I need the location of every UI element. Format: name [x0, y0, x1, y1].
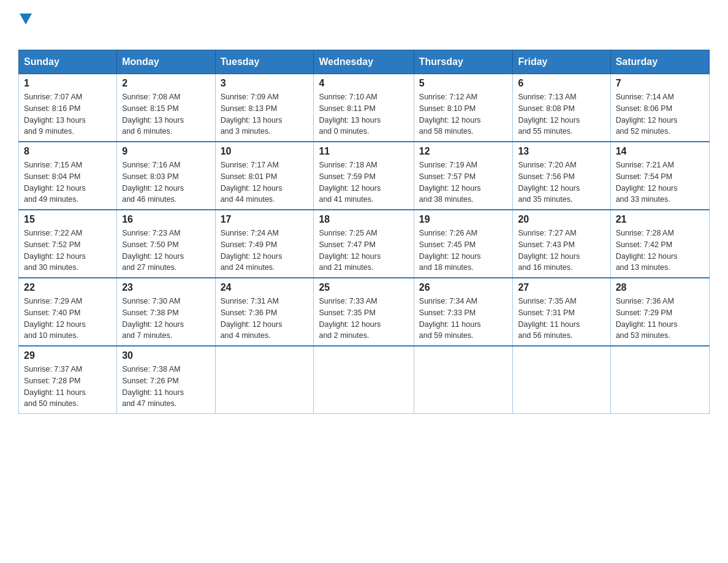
day-number: 7 — [616, 78, 704, 89]
calendar-table: SundayMondayTuesdayWednesdayThursdayFrid… — [18, 50, 710, 414]
calendar-day-cell: 30Sunrise: 7:38 AMSunset: 7:26 PMDayligh… — [117, 346, 215, 414]
column-header-saturday: Saturday — [610, 50, 709, 74]
calendar-day-cell — [314, 346, 414, 414]
calendar-day-cell: 22Sunrise: 7:29 AMSunset: 7:40 PMDayligh… — [19, 278, 117, 346]
day-info: Sunrise: 7:24 AMSunset: 7:49 PMDaylight:… — [221, 228, 309, 274]
day-number: 17 — [221, 214, 309, 225]
day-info: Sunrise: 7:36 AMSunset: 7:29 PMDaylight:… — [616, 296, 704, 342]
day-number: 28 — [616, 282, 704, 293]
calendar-day-cell — [513, 346, 610, 414]
day-number: 21 — [616, 214, 704, 225]
calendar-day-cell: 14Sunrise: 7:21 AMSunset: 7:54 PMDayligh… — [610, 142, 709, 210]
day-number: 3 — [221, 78, 309, 89]
calendar-day-cell — [610, 346, 709, 414]
calendar-day-cell — [215, 346, 314, 414]
logo: General — [18, 12, 101, 44]
day-number: 16 — [122, 214, 210, 225]
day-info: Sunrise: 7:33 AMSunset: 7:35 PMDaylight:… — [319, 296, 408, 342]
day-info: Sunrise: 7:19 AMSunset: 7:57 PMDaylight:… — [419, 159, 508, 205]
day-number: 30 — [122, 350, 210, 361]
day-info: Sunrise: 7:20 AMSunset: 7:56 PMDaylight:… — [518, 159, 605, 205]
calendar-day-cell: 12Sunrise: 7:19 AMSunset: 7:57 PMDayligh… — [414, 142, 513, 210]
column-header-sunday: Sunday — [19, 50, 117, 74]
day-number: 5 — [419, 78, 508, 89]
calendar-week-row: 8Sunrise: 7:15 AMSunset: 8:04 PMDaylight… — [19, 142, 710, 210]
calendar-day-cell: 29Sunrise: 7:37 AMSunset: 7:28 PMDayligh… — [19, 346, 117, 414]
day-number: 19 — [419, 214, 508, 225]
calendar-day-cell: 15Sunrise: 7:22 AMSunset: 7:52 PMDayligh… — [19, 210, 117, 278]
calendar-week-row: 29Sunrise: 7:37 AMSunset: 7:28 PMDayligh… — [19, 346, 710, 414]
calendar-day-cell: 20Sunrise: 7:27 AMSunset: 7:43 PMDayligh… — [513, 210, 610, 278]
day-info: Sunrise: 7:21 AMSunset: 7:54 PMDaylight:… — [616, 159, 704, 205]
day-info: Sunrise: 7:25 AMSunset: 7:47 PMDaylight:… — [319, 228, 408, 274]
day-number: 20 — [518, 214, 605, 225]
day-info: Sunrise: 7:26 AMSunset: 7:45 PMDaylight:… — [419, 228, 508, 274]
day-number: 24 — [221, 282, 309, 293]
day-info: Sunrise: 7:30 AMSunset: 7:38 PMDaylight:… — [122, 296, 210, 342]
day-info: Sunrise: 7:31 AMSunset: 7:36 PMDaylight:… — [221, 296, 309, 342]
day-info: Sunrise: 7:35 AMSunset: 7:31 PMDaylight:… — [518, 296, 605, 342]
calendar-day-cell: 8Sunrise: 7:15 AMSunset: 8:04 PMDaylight… — [19, 142, 117, 210]
day-number: 8 — [24, 146, 112, 157]
day-info: Sunrise: 7:07 AMSunset: 8:16 PMDaylight:… — [24, 91, 112, 137]
day-number: 14 — [616, 146, 704, 157]
day-info: Sunrise: 7:18 AMSunset: 7:59 PMDaylight:… — [319, 159, 408, 205]
day-info: Sunrise: 7:23 AMSunset: 7:50 PMDaylight:… — [122, 228, 210, 274]
calendar-week-row: 22Sunrise: 7:29 AMSunset: 7:40 PMDayligh… — [19, 278, 710, 346]
calendar-day-cell: 4Sunrise: 7:10 AMSunset: 8:11 PMDaylight… — [314, 74, 414, 142]
day-info: Sunrise: 7:34 AMSunset: 7:33 PMDaylight:… — [419, 296, 508, 342]
day-info: Sunrise: 7:09 AMSunset: 8:13 PMDaylight:… — [221, 91, 309, 137]
day-number: 26 — [419, 282, 508, 293]
day-info: Sunrise: 7:17 AMSunset: 8:01 PMDaylight:… — [221, 159, 309, 205]
day-number: 25 — [319, 282, 408, 293]
day-info: Sunrise: 7:08 AMSunset: 8:15 PMDaylight:… — [122, 91, 210, 137]
calendar-day-cell: 23Sunrise: 7:30 AMSunset: 7:38 PMDayligh… — [117, 278, 215, 346]
day-number: 6 — [518, 78, 605, 89]
day-info: Sunrise: 7:37 AMSunset: 7:28 PMDaylight:… — [24, 364, 112, 410]
day-info: Sunrise: 7:10 AMSunset: 8:11 PMDaylight:… — [319, 91, 408, 137]
calendar-day-cell: 5Sunrise: 7:12 AMSunset: 8:10 PMDaylight… — [414, 74, 513, 142]
page-header: General — [18, 12, 710, 44]
day-info: Sunrise: 7:16 AMSunset: 8:03 PMDaylight:… — [122, 159, 210, 205]
calendar-day-cell: 27Sunrise: 7:35 AMSunset: 7:31 PMDayligh… — [513, 278, 610, 346]
calendar-day-cell — [414, 346, 513, 414]
day-info: Sunrise: 7:29 AMSunset: 7:40 PMDaylight:… — [24, 296, 112, 342]
calendar-day-cell: 16Sunrise: 7:23 AMSunset: 7:50 PMDayligh… — [117, 210, 215, 278]
calendar-day-cell: 19Sunrise: 7:26 AMSunset: 7:45 PMDayligh… — [414, 210, 513, 278]
calendar-day-cell: 18Sunrise: 7:25 AMSunset: 7:47 PMDayligh… — [314, 210, 414, 278]
calendar-day-cell: 3Sunrise: 7:09 AMSunset: 8:13 PMDaylight… — [215, 74, 314, 142]
day-info: Sunrise: 7:28 AMSunset: 7:42 PMDaylight:… — [616, 228, 704, 274]
column-header-friday: Friday — [513, 50, 610, 74]
day-number: 15 — [24, 214, 112, 225]
day-number: 9 — [122, 146, 210, 157]
calendar-header-row: SundayMondayTuesdayWednesdayThursdayFrid… — [19, 50, 710, 74]
day-number: 11 — [319, 146, 408, 157]
calendar-day-cell: 25Sunrise: 7:33 AMSunset: 7:35 PMDayligh… — [314, 278, 414, 346]
calendar-day-cell: 24Sunrise: 7:31 AMSunset: 7:36 PMDayligh… — [215, 278, 314, 346]
logo-triangle-icon — [20, 13, 32, 25]
day-number: 4 — [319, 78, 408, 89]
column-header-tuesday: Tuesday — [215, 50, 314, 74]
calendar-day-cell: 21Sunrise: 7:28 AMSunset: 7:42 PMDayligh… — [610, 210, 709, 278]
day-number: 13 — [518, 146, 605, 157]
column-header-thursday: Thursday — [414, 50, 513, 74]
calendar-week-row: 15Sunrise: 7:22 AMSunset: 7:52 PMDayligh… — [19, 210, 710, 278]
day-info: Sunrise: 7:27 AMSunset: 7:43 PMDaylight:… — [518, 228, 605, 274]
calendar-day-cell: 9Sunrise: 7:16 AMSunset: 8:03 PMDaylight… — [117, 142, 215, 210]
calendar-day-cell: 7Sunrise: 7:14 AMSunset: 8:06 PMDaylight… — [610, 74, 709, 142]
column-header-monday: Monday — [117, 50, 215, 74]
day-info: Sunrise: 7:14 AMSunset: 8:06 PMDaylight:… — [616, 91, 704, 137]
day-number: 18 — [319, 214, 408, 225]
day-number: 29 — [24, 350, 112, 361]
calendar-day-cell: 10Sunrise: 7:17 AMSunset: 8:01 PMDayligh… — [215, 142, 314, 210]
day-number: 22 — [24, 282, 112, 293]
day-number: 1 — [24, 78, 112, 89]
calendar-day-cell: 13Sunrise: 7:20 AMSunset: 7:56 PMDayligh… — [513, 142, 610, 210]
day-info: Sunrise: 7:15 AMSunset: 8:04 PMDaylight:… — [24, 159, 112, 205]
calendar-day-cell: 6Sunrise: 7:13 AMSunset: 8:08 PMDaylight… — [513, 74, 610, 142]
calendar-day-cell: 28Sunrise: 7:36 AMSunset: 7:29 PMDayligh… — [610, 278, 709, 346]
calendar-day-cell: 11Sunrise: 7:18 AMSunset: 7:59 PMDayligh… — [314, 142, 414, 210]
day-number: 10 — [221, 146, 309, 157]
day-info: Sunrise: 7:12 AMSunset: 8:10 PMDaylight:… — [419, 91, 508, 137]
calendar-week-row: 1Sunrise: 7:07 AMSunset: 8:16 PMDaylight… — [19, 74, 710, 142]
